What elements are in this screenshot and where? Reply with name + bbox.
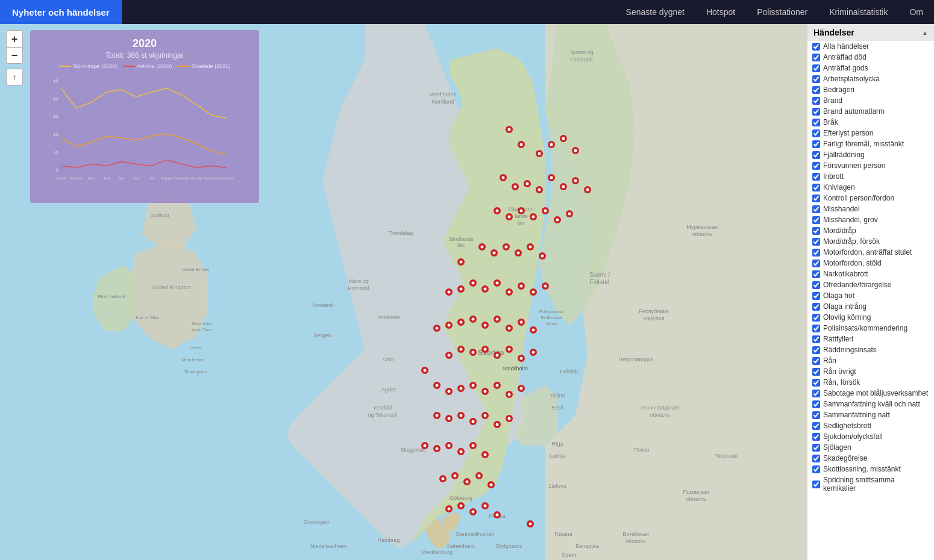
sidebar-item[interactable]: Alla händelser: [807, 41, 934, 52]
sidebar-checkbox[interactable]: [812, 129, 820, 137]
map-container[interactable]: Трoms og Finnmark Vestfjorden Nordland J…: [0, 24, 934, 560]
svg-point-241: [529, 523, 532, 526]
nav-link-om[interactable]: Om: [898, 0, 934, 24]
sidebar-item[interactable]: Rån: [807, 355, 934, 366]
sidebar-checkbox[interactable]: [812, 390, 820, 397]
sidebar-checkbox[interactable]: [812, 292, 820, 300]
sidebar-item[interactable]: Ofredande/förargelse: [807, 279, 934, 290]
sidebar-checkbox[interactable]: [812, 227, 820, 235]
sidebar-checkbox[interactable]: [812, 86, 820, 94]
sidebar-item[interactable]: Sjölagen: [807, 442, 934, 453]
sidebar-item[interactable]: Bråk: [807, 117, 934, 128]
sidebar-checkbox[interactable]: [812, 205, 820, 213]
sidebar-checkbox[interactable]: [812, 119, 820, 126]
sidebar-item[interactable]: Polisinsats/kommendering: [807, 323, 934, 334]
svg-point-203: [508, 417, 511, 420]
sidebar-item[interactable]: Skadegörelse: [807, 453, 934, 464]
sidebar-item[interactable]: Spridning smittsamma kemikalier: [807, 474, 934, 494]
sidebar-item[interactable]: Mord/dråp, försök: [807, 236, 934, 247]
sidebar-item[interactable]: Sabotage mot blåljusverksamhet: [807, 388, 934, 399]
sidebar-item[interactable]: Sedlighetsbrott: [807, 420, 934, 431]
svg-point-160: [436, 327, 439, 330]
sidebar-item[interactable]: Bedrägeri: [807, 84, 934, 95]
sidebar-checkbox[interactable]: [812, 194, 820, 202]
sidebar-checkbox[interactable]: [812, 444, 820, 452]
sidebar-checkbox[interactable]: [812, 270, 820, 278]
sidebar-item[interactable]: Anträffat gods: [807, 63, 934, 73]
sidebar-checkbox[interactable]: [812, 455, 820, 462]
sidebar-checkbox[interactable]: [812, 64, 820, 72]
sidebar-item[interactable]: Narkotikabrott: [807, 269, 934, 279]
sidebar-item[interactable]: Motorfordon, anträffat stulet: [807, 247, 934, 258]
sidebar-checkbox[interactable]: [812, 216, 820, 224]
nav-link-kriminalstatistik[interactable]: Kriminalstatistik: [818, 0, 898, 24]
sidebar-item[interactable]: Anträffad död: [807, 52, 934, 63]
sidebar-item[interactable]: Efterlyst person: [807, 128, 934, 138]
sidebar-checkbox[interactable]: [812, 43, 820, 51]
sidebar-item[interactable]: Knivlagen: [807, 182, 934, 193]
sidebar-item[interactable]: Räddningsinsats: [807, 344, 934, 355]
sidebar-item[interactable]: Misshandel, grov: [807, 214, 934, 225]
sidebar-item[interactable]: Sjukdom/olycksfall: [807, 431, 934, 442]
sidebar-checkbox[interactable]: [812, 411, 820, 419]
sidebar-checkbox[interactable]: [812, 314, 820, 322]
sidebar-item[interactable]: Olaga hot: [807, 290, 934, 301]
sidebar-checkbox[interactable]: [812, 325, 820, 332]
sidebar-item[interactable]: Motorfordon, stöld: [807, 258, 934, 269]
sidebar-item[interactable]: Sammanfattning natt: [807, 409, 934, 420]
sidebar-checkbox[interactable]: [812, 108, 820, 116]
zoom-out-button[interactable]: −: [6, 47, 23, 64]
sidebar-item[interactable]: Fjällräddning: [807, 149, 934, 160]
sidebar-item-label: Försvunnen person: [823, 161, 885, 170]
sidebar-item[interactable]: Farligt föremål, misstänkt: [807, 138, 934, 149]
sidebar-checkbox[interactable]: [812, 379, 820, 387]
sidebar-item[interactable]: Inbrott: [807, 171, 934, 182]
sidebar-item[interactable]: Kontroll person/fordon: [807, 193, 934, 204]
sidebar-checkbox[interactable]: [812, 481, 820, 488]
sidebar-checkbox[interactable]: [812, 465, 820, 473]
sidebar-item[interactable]: Brand automatlarm: [807, 106, 934, 117]
nav-brand[interactable]: Nyheter och händelser: [0, 0, 122, 24]
nav-link-hotspot[interactable]: Hotspot: [695, 0, 746, 24]
sidebar-checkbox[interactable]: [812, 357, 820, 365]
sidebar-checkbox[interactable]: [812, 346, 820, 354]
sidebar-checkbox[interactable]: [812, 422, 820, 430]
compass-button[interactable]: ↑: [6, 69, 23, 86]
svg-point-120: [529, 246, 532, 249]
sidebar-item-label: Misshandel, grov: [823, 216, 878, 224]
sidebar-checkbox[interactable]: [812, 162, 820, 170]
sidebar-item[interactable]: Sammanfattning kväll och natt: [807, 399, 934, 409]
sidebar-checkbox[interactable]: [812, 238, 820, 246]
sidebar-checkbox[interactable]: [812, 335, 820, 343]
sidebar-item[interactable]: Skottlossning, misstänkt: [807, 464, 934, 474]
svg-text:Augusti: Augusti: [161, 176, 172, 180]
zoom-in-button[interactable]: +: [6, 30, 23, 47]
sidebar-checkbox[interactable]: [812, 184, 820, 191]
sidebar-checkbox[interactable]: [812, 54, 820, 61]
sidebar-item[interactable]: Försvunnen person: [807, 160, 934, 171]
sidebar-item[interactable]: Brand: [807, 95, 934, 106]
sidebar-checkbox[interactable]: [812, 75, 820, 83]
sidebar-item[interactable]: Misshandel: [807, 204, 934, 214]
sidebar-checkbox[interactable]: [812, 97, 820, 105]
sidebar-checkbox[interactable]: [812, 260, 820, 267]
sidebar-checkbox[interactable]: [812, 368, 820, 376]
sidebar-item-list[interactable]: Alla händelserAnträffad dödAnträffat god…: [807, 41, 934, 560]
sidebar-checkbox[interactable]: [812, 400, 820, 408]
sidebar-item[interactable]: Rån, försök: [807, 377, 934, 388]
sidebar-item[interactable]: Rån övrigt: [807, 366, 934, 377]
sidebar-item[interactable]: Rattfylleri: [807, 334, 934, 344]
sidebar-item[interactable]: Olaga intrång: [807, 301, 934, 312]
sidebar-checkbox[interactable]: [812, 151, 820, 159]
sidebar-checkbox[interactable]: [812, 281, 820, 289]
sidebar-item[interactable]: Olovlig körning: [807, 312, 934, 323]
sidebar-item[interactable]: Arbetsplatsolycka: [807, 73, 934, 84]
sidebar-checkbox[interactable]: [812, 140, 820, 148]
nav-link-polisstationer[interactable]: Polisstationer: [746, 0, 818, 24]
sidebar-checkbox[interactable]: [812, 433, 820, 441]
sidebar-item[interactable]: Mord/dråp: [807, 225, 934, 236]
nav-link-senaste-dygnet[interactable]: Senaste dygnet: [615, 0, 695, 24]
sidebar-checkbox[interactable]: [812, 303, 820, 311]
sidebar-checkbox[interactable]: [812, 173, 820, 181]
sidebar-checkbox[interactable]: [812, 249, 820, 257]
